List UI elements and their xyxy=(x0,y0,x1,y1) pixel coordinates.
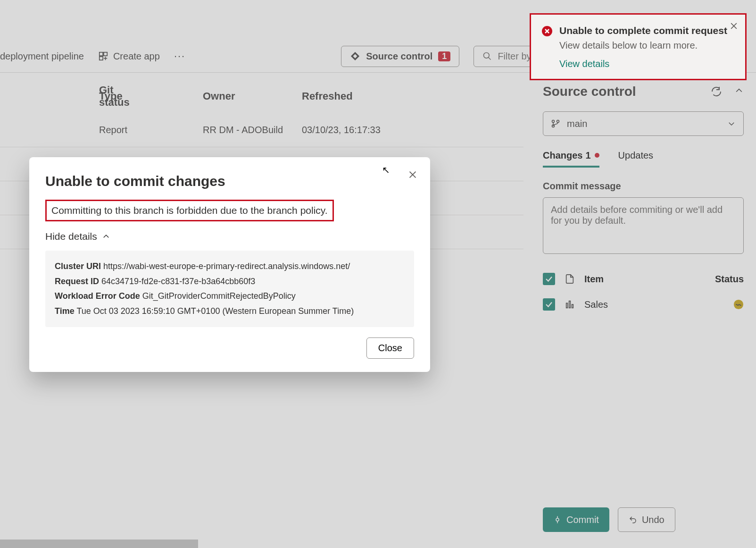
svg-rect-0 xyxy=(100,52,103,56)
changes-list-header: Item Status xyxy=(543,273,744,285)
search-icon xyxy=(482,51,492,61)
row-item-name: Sales xyxy=(584,299,608,310)
sc-tabs: Changes 1 Updates xyxy=(543,150,744,168)
detail-time-value: Tue Oct 03 2023 16:59:10 GMT+0100 (Weste… xyxy=(76,306,354,316)
branch-name: main xyxy=(567,118,587,129)
detail-request-value: 64c34719-fd2e-c831-f37e-b3a64cbb60f3 xyxy=(101,277,255,286)
modal-title: Unable to commit changes xyxy=(45,173,414,189)
file-icon xyxy=(565,274,575,284)
toast-title: Unable to complete commit request xyxy=(559,24,727,37)
tab-changes-count: 1 xyxy=(585,150,590,161)
refresh-icon[interactable] xyxy=(711,86,722,97)
modal-close-icon[interactable] xyxy=(407,169,418,180)
tab-changes[interactable]: Changes 1 xyxy=(543,150,599,168)
tab-updates[interactable]: Updates xyxy=(618,150,654,168)
grid-header-row: Git status Type Owner Refreshed xyxy=(0,79,523,113)
panel-title: Source control xyxy=(543,84,636,99)
branch-selector[interactable]: main xyxy=(543,111,744,136)
app-icon xyxy=(98,51,108,61)
detail-workload-value: Git_GitProviderCommitRejectedByPolicy xyxy=(142,291,296,301)
commit-message-input[interactable]: Add details before commiting or we'll ad… xyxy=(543,197,744,254)
undo-icon xyxy=(629,515,637,524)
col-type: Type xyxy=(99,90,203,102)
changes-indicator-icon xyxy=(595,153,599,158)
undo-button-label: Undo xyxy=(642,514,665,525)
svg-rect-14 xyxy=(566,303,568,308)
svg-line-8 xyxy=(489,58,491,60)
svg-point-11 xyxy=(552,120,555,123)
commit-message-placeholder: Add details before commiting or we'll ad… xyxy=(551,204,723,226)
toast-subtitle: View details below to learn more. xyxy=(559,40,727,51)
commit-button[interactable]: Commit xyxy=(543,507,609,532)
chevron-down-icon xyxy=(727,119,736,128)
cell-type: Report xyxy=(99,125,203,135)
deployment-pipeline-label: deployment pipeline xyxy=(0,51,84,62)
svg-rect-16 xyxy=(572,304,573,308)
branch-icon xyxy=(551,119,560,128)
tab-changes-label: Changes xyxy=(543,150,582,161)
col-owner: Owner xyxy=(203,90,302,102)
toast-view-details-link[interactable]: View details xyxy=(559,59,727,69)
source-control-pill[interactable]: Source control 1 xyxy=(341,46,459,67)
hide-details-label: Hide details xyxy=(45,231,97,242)
svg-rect-1 xyxy=(104,52,107,56)
undo-button[interactable]: Undo xyxy=(618,507,675,532)
svg-rect-15 xyxy=(569,301,571,308)
create-app-link[interactable]: Create app xyxy=(98,51,160,62)
select-all-checkbox[interactable] xyxy=(543,273,555,285)
more-menu[interactable]: ··· xyxy=(174,50,185,62)
col-refreshed: Refreshed xyxy=(302,90,406,102)
status-modified-icon xyxy=(733,299,744,310)
detail-request-label: Request ID xyxy=(55,277,99,286)
commit-button-label: Commit xyxy=(566,514,599,525)
chevron-up-icon[interactable] xyxy=(734,86,744,95)
source-control-badge: 1 xyxy=(438,51,450,61)
svg-rect-2 xyxy=(100,57,103,60)
source-control-label: Source control xyxy=(366,51,432,62)
modal-close-button[interactable]: Close xyxy=(366,337,414,359)
svg-point-18 xyxy=(556,518,559,521)
col-git: Git status xyxy=(0,84,99,109)
modal-error-message: Committing to this branch is forbidden d… xyxy=(45,200,334,221)
source-control-icon xyxy=(350,51,360,61)
create-app-label: Create app xyxy=(113,51,160,62)
grid-row[interactable]: Uncommitted Report RR DM - ADOBuild 03/1… xyxy=(0,113,523,147)
error-modal: Unable to commit changes Committing to t… xyxy=(29,157,430,372)
modal-details-box: Cluster URI https://wabi-west-europe-e-p… xyxy=(45,251,414,327)
dataset-icon xyxy=(565,299,575,310)
cursor-icon: ↖ xyxy=(382,164,390,176)
detail-cluster-label: Cluster URI xyxy=(55,261,101,271)
toast-close-button[interactable] xyxy=(729,21,739,31)
detail-workload-label: Workload Error Code xyxy=(55,291,140,301)
error-toast: Unable to complete commit request View d… xyxy=(530,13,747,80)
deployment-pipeline-link[interactable]: deployment pipeline xyxy=(0,51,84,62)
detail-cluster-value: https://wabi-west-europe-e-primary-redir… xyxy=(103,261,350,271)
cell-refreshed: 03/10/23, 16:17:33 xyxy=(302,125,406,135)
hide-details-toggle[interactable]: Hide details xyxy=(45,231,414,242)
error-icon xyxy=(541,25,553,37)
commit-icon xyxy=(553,515,562,524)
item-column: Item xyxy=(584,274,604,285)
changes-list-row[interactable]: Sales xyxy=(543,298,744,311)
row-checkbox[interactable] xyxy=(543,298,555,311)
cell-owner: RR DM - ADOBuild xyxy=(203,125,302,135)
status-column: Status xyxy=(715,274,744,285)
horizontal-scrollbar[interactable] xyxy=(0,540,198,548)
svg-point-12 xyxy=(557,120,559,123)
commit-message-label: Commit message xyxy=(543,181,744,192)
svg-point-7 xyxy=(484,53,490,59)
chevron-up-icon xyxy=(102,232,110,241)
source-control-panel: Source control main Changes 1 Updates Co… xyxy=(532,79,754,548)
detail-time-label: Time xyxy=(55,306,75,316)
